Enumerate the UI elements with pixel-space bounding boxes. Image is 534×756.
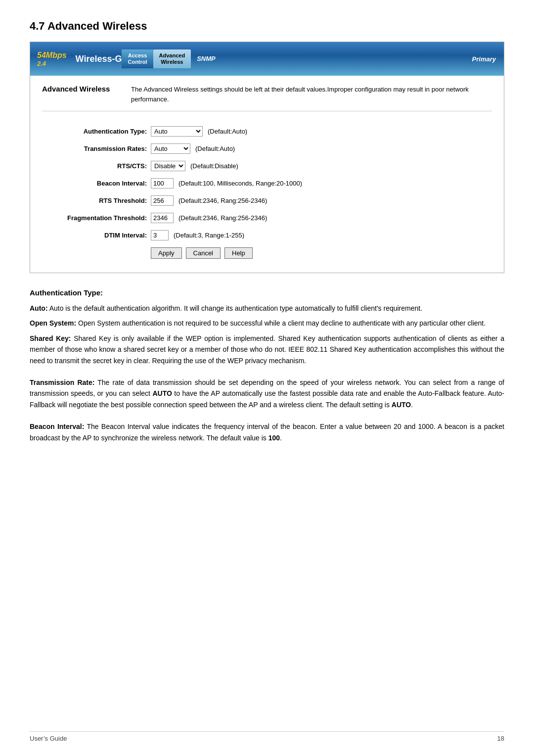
auth-type-para-open: Open System: Open System authentication … <box>30 318 504 329</box>
auth-type-heading: Authentication Type: <box>30 287 504 299</box>
shared-bold: Shared Key: <box>30 334 71 342</box>
auto-text: Auto is the default authentication algor… <box>49 304 422 312</box>
dtim-interval-row: DTIM Interval: (Default:3, Range:1-255) <box>42 230 492 240</box>
transmission-rates-label: Transmission Rates: <box>42 145 151 152</box>
tx-rate-text: The rate of data transmission should be … <box>30 378 504 409</box>
dtim-interval-label: DTIM Interval: <box>42 232 151 239</box>
frag-threshold-label: Fragmentation Threshold: <box>42 214 151 222</box>
nav-primary-label: Primary <box>472 55 504 63</box>
beacon-interval-section: Beacon Interval: The Beacon Interval val… <box>30 421 504 443</box>
router-header: 54Mbps 2.4 Wireless-G Access Control Adv… <box>30 42 504 76</box>
tab-snmp[interactable]: SNMP <box>191 52 222 66</box>
section-header: Advanced Wireless The Advanced Wireless … <box>42 85 492 111</box>
section-title: Advanced Wireless <box>42 85 131 93</box>
router-logo: 54Mbps 2.4 <box>30 47 74 71</box>
rts-threshold-input[interactable] <box>151 195 174 206</box>
footer-left: User’s Guide <box>30 735 67 742</box>
beacon-interval-input[interactable] <box>151 178 174 189</box>
router-content: Advanced Wireless The Advanced Wireless … <box>30 76 504 273</box>
auth-type-select[interactable]: Auto Open System Shared Key <box>151 126 203 137</box>
dtim-interval-control: (Default:3, Range:1-255) <box>151 230 244 240</box>
transmission-rate-section: Transmission Rate: The rate of data tran… <box>30 377 504 410</box>
rts-threshold-row: RTS Threshold: (Default:2346, Rang:256-2… <box>42 195 492 206</box>
dtim-interval-input[interactable] <box>151 230 169 240</box>
shared-text: Shared Key is only available if the WEP … <box>30 334 504 365</box>
transmission-rates-control: Auto 1 Mbps 2 Mbps 5.5 Mbps 11 Mbps 54 M… <box>151 143 235 154</box>
beacon-interval-row: Beacon Interval: (Default:100, Milliseco… <box>42 178 492 189</box>
beacon-interval-control: (Default:100, Milliseconds, Range:20-100… <box>151 178 302 189</box>
cancel-button[interactable]: Cancel <box>186 247 221 259</box>
auth-type-control: Auto Open System Shared Key (Default:Aut… <box>151 126 247 137</box>
logo-line1: 54Mbps <box>37 51 67 60</box>
rts-threshold-hint: (Default:2346, Rang:256-2346) <box>178 197 267 204</box>
auto-bold: Auto: <box>30 304 48 312</box>
logo-line2: 2.4 <box>37 60 46 67</box>
beacon-interval-para: Beacon Interval: The Beacon Interval val… <box>30 421 504 443</box>
rts-cts-row: RTS/CTS: Disable Enable (Default:Disable… <box>42 161 492 171</box>
frag-threshold-row: Fragmentation Threshold: (Default:2346, … <box>42 213 492 223</box>
tx-rate-bold: Transmission Rate: <box>30 378 94 386</box>
beacon-interval-hint: (Default:100, Milliseconds, Range:20-100… <box>178 180 302 187</box>
page-footer: User’s Guide 18 <box>30 731 504 742</box>
auth-type-section: Authentication Type: Auto: Auto is the d… <box>30 287 504 366</box>
help-button[interactable]: Help <box>224 247 253 259</box>
auth-type-para-shared: Shared Key: Shared Key is only available… <box>30 333 504 366</box>
router-panel: 54Mbps 2.4 Wireless-G Access Control Adv… <box>30 42 504 273</box>
rts-cts-control: Disable Enable (Default:Disable) <box>151 161 238 171</box>
frag-threshold-input[interactable] <box>151 213 174 223</box>
footer-right: 18 <box>497 735 504 742</box>
frag-threshold-control: (Default:2346, Rang:256-2346) <box>151 213 267 223</box>
rts-cts-select[interactable]: Disable Enable <box>151 161 185 171</box>
transmission-rates-hint: (Default:Auto) <box>195 145 235 152</box>
beacon-text: The Beacon Interval value indicates the … <box>30 423 504 441</box>
auth-type-hint: (Default:Auto) <box>208 128 247 135</box>
auth-type-label: Authentication Type: <box>42 128 151 135</box>
apply-button[interactable]: Apply <box>151 247 182 259</box>
rts-cts-label: RTS/CTS: <box>42 162 151 170</box>
frag-threshold-hint: (Default:2346, Rang:256-2346) <box>178 214 267 222</box>
section-desc: The Advanced Wireless settings should be… <box>131 85 477 104</box>
form-area: Authentication Type: Auto Open System Sh… <box>42 121 492 264</box>
beacon-interval-label: Beacon Interval: <box>42 180 151 187</box>
beacon-bold: Beacon Interval: <box>30 423 84 430</box>
open-text: Open System authentication is not requir… <box>78 319 486 327</box>
rts-cts-hint: (Default:Disable) <box>190 162 238 170</box>
tab-advanced-wireless[interactable]: Advanced Wireless <box>153 49 191 68</box>
auth-type-para-auto: Auto: Auto is the default authentication… <box>30 303 504 314</box>
transmission-rate-para: Transmission Rate: The rate of data tran… <box>30 377 504 410</box>
logo-brand: Wireless-G <box>74 54 122 64</box>
tab-access-control[interactable]: Access Control <box>122 49 153 68</box>
form-buttons: Apply Cancel Help <box>151 247 492 259</box>
rts-threshold-control: (Default:2346, Rang:256-2346) <box>151 195 267 206</box>
open-bold: Open System: <box>30 319 76 327</box>
page-title: 4.7 Advanced Wireless <box>30 20 504 33</box>
router-nav: Access Control Advanced Wireless SNMP Pr… <box>122 42 504 76</box>
transmission-rates-row: Transmission Rates: Auto 1 Mbps 2 Mbps 5… <box>42 143 492 154</box>
auth-type-row: Authentication Type: Auto Open System Sh… <box>42 126 492 137</box>
rts-threshold-label: RTS Threshold: <box>42 197 151 204</box>
transmission-rates-select[interactable]: Auto 1 Mbps 2 Mbps 5.5 Mbps 11 Mbps 54 M… <box>151 143 190 154</box>
dtim-interval-hint: (Default:3, Range:1-255) <box>174 232 244 239</box>
